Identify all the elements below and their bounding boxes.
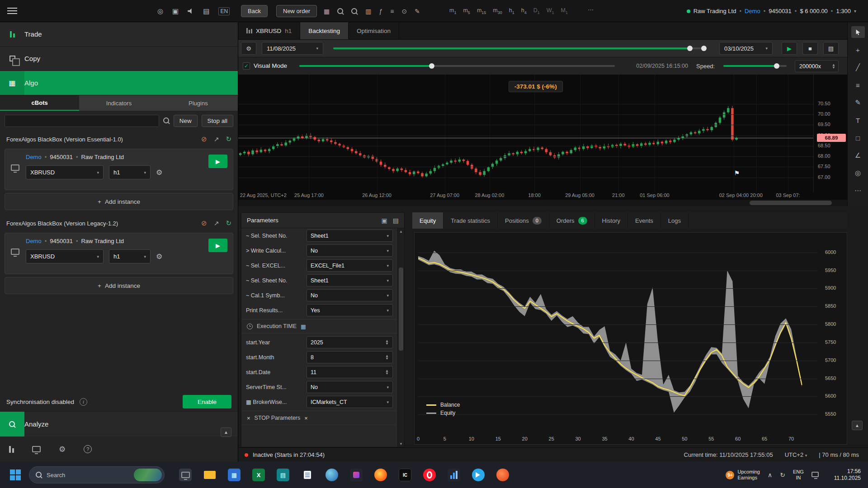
taskbar-search[interactable]: Search bbox=[29, 466, 165, 483]
addons-icon[interactable]: ▤ bbox=[203, 7, 209, 15]
visual-mode-checkbox[interactable]: ✓ bbox=[243, 62, 250, 70]
range-handle-start[interactable] bbox=[687, 46, 693, 51]
parameters-scrollbar[interactable]: ▲ ▼ bbox=[397, 228, 404, 447]
scrollbar-thumb[interactable] bbox=[750, 201, 832, 205]
sidebar-item-trade[interactable]: Trade bbox=[0, 22, 238, 47]
cbot-search-input[interactable] bbox=[5, 115, 159, 127]
sidebar-item-analyze[interactable]: Analyze bbox=[0, 411, 238, 436]
step-down-icon[interactable]: ▼ bbox=[385, 343, 389, 345]
notepad-icon[interactable] bbox=[301, 469, 314, 481]
timeframe-select[interactable]: h1▾ bbox=[109, 249, 151, 263]
tab-equity[interactable]: Equity bbox=[412, 212, 443, 229]
sidebar-item-algo[interactable]: ▦ Algo bbox=[0, 71, 238, 95]
playback-handle[interactable] bbox=[429, 63, 434, 69]
help-icon[interactable]: ? bbox=[84, 445, 92, 453]
rust-app-icon[interactable] bbox=[496, 469, 509, 481]
eye-off-icon[interactable]: ⊘ bbox=[201, 135, 207, 143]
bar-style-icon[interactable]: ▥ bbox=[365, 8, 371, 15]
tab-indicators[interactable]: Indicators bbox=[79, 95, 158, 111]
step-down-icon[interactable]: ▼ bbox=[385, 357, 389, 360]
tab-backtesting[interactable]: Backtesting bbox=[300, 22, 349, 39]
analytics-app-icon[interactable] bbox=[448, 469, 460, 481]
add-instance-button[interactable]: + Add instance bbox=[5, 193, 233, 210]
scroll-up-icon[interactable]: ▲ bbox=[398, 228, 404, 235]
chevron-down-icon[interactable]: ▾ bbox=[854, 9, 856, 14]
param-select[interactable]: Sheet1▾ bbox=[307, 230, 393, 242]
step-down-icon[interactable]: ▼ bbox=[385, 372, 389, 375]
more-timeframes-icon[interactable]: ⋯ bbox=[588, 6, 594, 13]
add-instance-button[interactable]: + Add instance bbox=[5, 277, 233, 294]
price-plot[interactable]: -373.01 $ (-6%) ⚑ bbox=[238, 75, 813, 192]
gear-icon[interactable]: ⚙ bbox=[156, 168, 162, 177]
menu-icon[interactable] bbox=[7, 8, 17, 16]
file-explorer-icon[interactable] bbox=[203, 469, 216, 481]
workspace-icon[interactable] bbox=[32, 446, 41, 452]
angle-icon[interactable]: ∠ bbox=[851, 150, 865, 161]
timeframe-M1[interactable]: M1 bbox=[561, 7, 568, 15]
start-cbot-button[interactable]: ▶ bbox=[208, 155, 227, 168]
param-select[interactable]: No▾ bbox=[307, 289, 393, 301]
gear-icon[interactable]: ⚙ bbox=[156, 252, 162, 261]
enable-sync-button[interactable]: Enable bbox=[183, 395, 231, 408]
tray-expand-icon[interactable]: ∧ bbox=[768, 471, 772, 479]
popout-icon[interactable]: ▣ bbox=[382, 217, 387, 224]
timeframe-m1[interactable]: m1 bbox=[449, 7, 456, 15]
telegram-icon[interactable] bbox=[472, 469, 485, 481]
speed-stepper[interactable]: 200000x ▲▼ bbox=[795, 60, 839, 72]
start-date-field[interactable]: 11/08/2025▾ bbox=[262, 42, 323, 55]
widgets-earnings[interactable]: 9+ UpcomingEarnings bbox=[726, 469, 760, 481]
share-icon[interactable]: ↗ bbox=[214, 220, 219, 227]
layers-icon[interactable]: ≡ bbox=[390, 8, 394, 15]
sidebar-item-copy[interactable]: Copy bbox=[0, 47, 238, 71]
account-info[interactable]: Raw Trading Ltd • Demo • 9450031 • $ 6 0… bbox=[687, 0, 856, 22]
param-select[interactable]: Yes▾ bbox=[307, 304, 393, 316]
brush-icon[interactable]: ✎ bbox=[851, 97, 865, 108]
symbol-select[interactable]: XBRUSD▾ bbox=[26, 165, 104, 179]
language-indicator[interactable]: ENGIN bbox=[793, 469, 804, 481]
tab-orders[interactable]: Orders6 bbox=[549, 212, 595, 229]
scroll-down-icon[interactable]: ▼ bbox=[398, 441, 404, 447]
save-report-button[interactable]: ▤ bbox=[823, 42, 839, 55]
timeframe-h1[interactable]: h1 bbox=[509, 7, 514, 15]
param-select[interactable]: No▾ bbox=[307, 244, 393, 257]
target-icon[interactable]: ◎ bbox=[157, 7, 163, 15]
display-app-icon[interactable] bbox=[179, 469, 192, 481]
search-icon[interactable] bbox=[163, 117, 170, 124]
zoom-in-icon[interactable] bbox=[337, 8, 344, 14]
tab-events[interactable]: Events bbox=[628, 212, 661, 229]
sync-icon[interactable]: ↻ bbox=[226, 135, 231, 143]
panel-collapse-icon[interactable]: ▲ bbox=[852, 421, 863, 430]
time-axis[interactable]: 22 Aug 2025, UTC+225 Aug 17:0026 Aug 12:… bbox=[238, 192, 813, 199]
back-button[interactable]: Back bbox=[241, 5, 268, 17]
share-icon[interactable]: ↗ bbox=[214, 136, 219, 143]
dev-app-icon[interactable] bbox=[350, 469, 363, 481]
symbol-select[interactable]: XBRUSD▾ bbox=[26, 249, 104, 263]
indicator-icon[interactable]: ƒ bbox=[379, 8, 382, 15]
param-select[interactable]: ICMarkets_CT▾ bbox=[307, 396, 393, 408]
more-tools-icon[interactable]: ⋯ bbox=[851, 185, 865, 197]
volume-icon[interactable] bbox=[188, 9, 194, 14]
crosshair-icon[interactable]: + bbox=[851, 44, 865, 56]
settings-gear-icon[interactable]: ⚙ bbox=[59, 445, 66, 454]
backtest-settings-button[interactable]: ⚙ bbox=[241, 42, 256, 55]
cursor-icon[interactable] bbox=[851, 26, 865, 38]
tab-history[interactable]: History bbox=[595, 212, 628, 229]
save-params-icon[interactable]: ▤ bbox=[393, 217, 399, 224]
playback-position-slider[interactable] bbox=[299, 65, 615, 67]
timeframe-W1[interactable]: W1 bbox=[547, 7, 554, 15]
timeframe-m5[interactable]: m5 bbox=[463, 7, 470, 15]
tab-plugins[interactable]: Plugins bbox=[159, 95, 238, 111]
price-chart[interactable]: -373.01 $ (-6%) ⚑ 68.89 70.5070.0069.506… bbox=[238, 75, 847, 206]
eye-icon[interactable]: ⊙ bbox=[401, 8, 407, 15]
new-order-button[interactable]: New order bbox=[276, 5, 317, 17]
trendline-icon[interactable]: ╱ bbox=[851, 61, 865, 73]
tab-optimisation[interactable]: Optimisation bbox=[349, 22, 399, 39]
equity-chart[interactable]: Balance Equity 6000595059005850580057505… bbox=[414, 232, 847, 445]
scrollbar-thumb[interactable] bbox=[399, 267, 403, 351]
fibonacci-icon[interactable]: ≡ bbox=[851, 79, 865, 91]
tab-positions[interactable]: Positions0 bbox=[498, 212, 549, 229]
price-axis[interactable]: 68.89 70.5070.0069.5069.0068.5068.0067.5… bbox=[813, 75, 847, 192]
timeframe-m15[interactable]: m15 bbox=[477, 7, 486, 15]
draw-icon[interactable]: ✎ bbox=[415, 8, 420, 15]
timeframe-h4[interactable]: h4 bbox=[521, 7, 527, 15]
